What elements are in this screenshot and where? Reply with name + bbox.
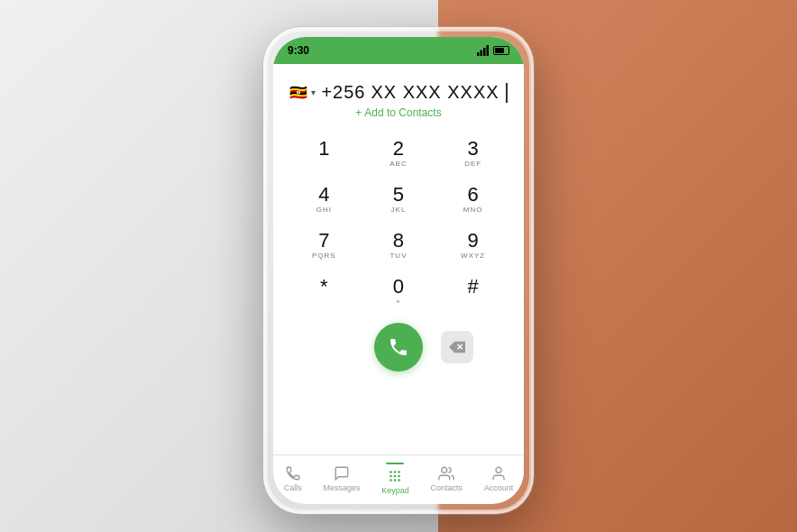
svg-point-14 — [496, 467, 501, 472]
svg-point-7 — [390, 475, 393, 478]
dial-key-letters: TUV — [389, 252, 407, 261]
dial-key-number: 0 — [393, 277, 404, 297]
phone-number-row: 🇺🇬 ▾ +256 XX XXX XXXX — [289, 82, 507, 103]
account-nav-label: Account — [484, 483, 514, 492]
dialer-content: 🇺🇬 ▾ +256 XX XXX XXXX + Add to Contacts — [273, 64, 524, 454]
nav-item-account[interactable]: Account — [477, 463, 521, 494]
dial-key-number: 3 — [468, 139, 479, 159]
battery-icon — [493, 46, 509, 55]
dial-key-hash[interactable]: # — [436, 270, 509, 314]
svg-rect-2 — [483, 48, 486, 56]
status-bar: 9:30 — [273, 37, 524, 64]
account-nav-icon — [490, 465, 508, 482]
dial-key-letters: + — [396, 298, 401, 307]
signal-icon — [477, 45, 490, 56]
dial-key-0[interactable]: 0+ — [362, 270, 435, 314]
phone-content-wrapper: 🇺🇬 ▾ +256 XX XXX XXXX + Add to Contacts — [273, 64, 524, 504]
dial-key-number: 2 — [393, 139, 404, 159]
bottom-nav: CallsMessagesKeypadContactsAccount — [273, 454, 524, 504]
svg-point-10 — [390, 479, 393, 482]
dial-key-number: 8 — [393, 231, 404, 251]
phone-number-display: XX XXX XXXX — [371, 82, 499, 103]
dial-key-number: 1 — [318, 139, 329, 159]
dial-key-number: 6 — [468, 185, 479, 205]
chevron-down-icon: ▾ — [311, 87, 316, 97]
nav-item-messages[interactable]: Messages — [316, 463, 368, 494]
messages-nav-label: Messages — [324, 483, 361, 492]
svg-rect-3 — [487, 45, 490, 56]
messages-nav-icon — [333, 465, 351, 482]
dial-key-number: # — [468, 277, 479, 297]
phone-display-area: 🇺🇬 ▾ +256 XX XXX XXXX + Add to Contacts — [273, 82, 524, 128]
backspace-button[interactable] — [441, 331, 473, 363]
dial-key-letters: WXYZ — [461, 252, 485, 261]
dial-key-letters: ABC — [389, 160, 407, 169]
nav-active-indicator — [386, 463, 404, 464]
dial-key-number: * — [320, 277, 328, 297]
svg-point-13 — [442, 467, 447, 472]
call-button[interactable] — [374, 323, 423, 371]
phone-screen: 9:30 — [273, 37, 524, 504]
dial-key-9[interactable]: 9WXYZ — [436, 224, 509, 268]
svg-point-6 — [398, 471, 401, 473]
svg-point-9 — [398, 475, 401, 478]
scene: 9:30 — [0, 0, 797, 532]
phone-frame: 9:30 — [263, 27, 534, 514]
dial-key-letters: MNO — [463, 206, 483, 215]
status-icons — [477, 45, 509, 56]
contacts-nav-icon — [437, 465, 455, 482]
action-row — [273, 317, 524, 377]
dial-key-number: 4 — [318, 185, 329, 205]
dial-key-2[interactable]: 2ABC — [362, 132, 435, 176]
flag-emoji: 🇺🇬 — [289, 84, 307, 101]
add-icon: + — [355, 106, 362, 119]
dial-key-1[interactable]: 1 — [288, 132, 361, 176]
call-icon — [388, 336, 409, 358]
flag-country[interactable]: 🇺🇬 ▾ — [289, 84, 316, 101]
calls-nav-icon — [284, 465, 302, 482]
dial-key-5[interactable]: 5JKL — [362, 178, 435, 222]
add-to-contacts-button[interactable]: + Add to Contacts — [355, 106, 441, 119]
dial-key-7[interactable]: 7PQRS — [288, 224, 361, 268]
dial-key-3[interactable]: 3DEF — [436, 132, 509, 176]
dial-key-letters: PQRS — [312, 252, 336, 261]
keypad-nav-icon — [386, 468, 404, 484]
nav-item-contacts[interactable]: Contacts — [423, 463, 470, 494]
dial-key-number: 7 — [318, 231, 329, 251]
contacts-nav-label: Contacts — [430, 483, 463, 492]
keypad-nav-label: Keypad — [381, 486, 409, 495]
dial-key-6[interactable]: 6MNO — [436, 178, 509, 222]
nav-item-keypad[interactable]: Keypad — [374, 461, 417, 497]
dial-key-letters: GHI — [316, 206, 332, 215]
battery-fill — [495, 48, 504, 53]
backspace-icon — [449, 341, 465, 353]
dial-key-number: 5 — [393, 185, 404, 205]
svg-point-8 — [394, 475, 397, 478]
calls-nav-label: Calls — [284, 483, 302, 492]
svg-point-12 — [398, 479, 401, 482]
svg-rect-1 — [481, 50, 483, 57]
nav-item-calls[interactable]: Calls — [277, 463, 309, 494]
add-to-contacts-label: Add to Contacts — [364, 106, 441, 119]
text-cursor — [506, 83, 508, 103]
svg-point-5 — [394, 471, 397, 473]
dial-key-4[interactable]: 4GHI — [288, 178, 361, 222]
dial-key-letters: JKL — [391, 206, 407, 215]
phone-wrapper: 9:30 — [263, 27, 534, 514]
dialpad: 12ABC3DEF4GHI5JKL6MNO7PQRS8TUV9WXYZ*0+# — [273, 128, 524, 317]
dial-key-star[interactable]: * — [288, 270, 361, 314]
svg-point-11 — [394, 479, 397, 482]
svg-rect-0 — [477, 52, 480, 56]
status-time: 9:30 — [288, 44, 309, 57]
dial-key-8[interactable]: 8TUV — [362, 224, 435, 268]
svg-point-4 — [390, 471, 393, 473]
dial-key-number: 9 — [468, 231, 479, 251]
phone-country-code: +256 — [321, 82, 365, 103]
dial-key-letters: DEF — [464, 160, 481, 169]
